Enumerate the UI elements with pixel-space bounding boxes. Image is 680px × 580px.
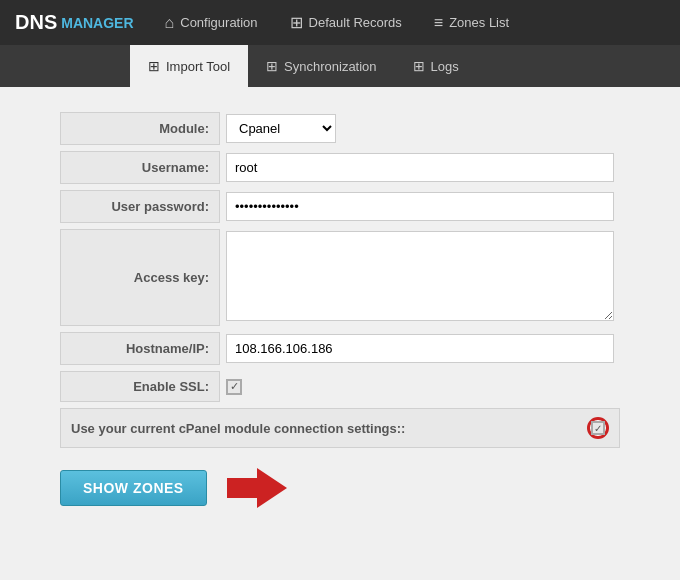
nav-synchronization[interactable]: ⊞ Synchronization (248, 45, 395, 87)
settings-checkbox-inner (591, 421, 605, 435)
username-input-cell (220, 151, 620, 184)
password-label: User password: (60, 190, 220, 223)
sync-icon: ⊞ (266, 58, 278, 74)
list-icon: ≡ (434, 14, 443, 32)
logo: DNS MANAGER (0, 0, 149, 45)
nav-default-records-label: Default Records (309, 15, 402, 30)
hostname-row: Hostname/IP: (60, 332, 620, 365)
second-navbar: ⊞ Import Tool ⊞ Synchronization ⊞ Logs (0, 45, 680, 87)
nav-synchronization-label: Synchronization (284, 59, 377, 74)
main-content: Module: Cpanel DirectAdmin Plesk Usernam… (0, 87, 680, 533)
nav-logs[interactable]: ⊞ Logs (395, 45, 477, 87)
access-key-row: Access key: (60, 229, 620, 326)
password-row: User password: (60, 190, 620, 223)
current-settings-row: Use your current cPanel module connectio… (60, 408, 620, 448)
username-input[interactable] (226, 153, 614, 182)
nav-zones-list[interactable]: ≡ Zones List (418, 0, 525, 45)
arrow-shaft (227, 478, 257, 498)
import-form: Module: Cpanel DirectAdmin Plesk Usernam… (60, 112, 620, 508)
nav-logs-label: Logs (431, 59, 459, 74)
nav-configuration[interactable]: ⌂ Configuration (149, 0, 274, 45)
access-key-label: Access key: (60, 229, 220, 326)
nav-zones-list-label: Zones List (449, 15, 509, 30)
password-input[interactable] (226, 192, 614, 221)
logo-dns: DNS (15, 11, 57, 34)
nav-default-records[interactable]: ⊞ Default Records (274, 0, 418, 45)
current-settings-checkbox[interactable] (587, 417, 609, 439)
import-icon: ⊞ (148, 58, 160, 74)
button-row: SHOW ZONES (60, 468, 620, 508)
hostname-label: Hostname/IP: (60, 332, 220, 365)
nav-configuration-label: Configuration (180, 15, 257, 30)
module-select-wrap: Cpanel DirectAdmin Plesk (226, 114, 614, 143)
password-input-cell (220, 190, 620, 223)
ssl-checkbox[interactable] (226, 379, 242, 395)
nav-import-tool-label: Import Tool (166, 59, 230, 74)
nav-import-tool[interactable]: ⊞ Import Tool (130, 45, 248, 87)
logs-icon: ⊞ (413, 58, 425, 74)
show-zones-button[interactable]: SHOW ZONES (60, 470, 207, 506)
module-row: Module: Cpanel DirectAdmin Plesk (60, 112, 620, 145)
ssl-input-cell (220, 377, 248, 397)
module-select[interactable]: Cpanel DirectAdmin Plesk (226, 114, 336, 143)
module-input-cell: Cpanel DirectAdmin Plesk (220, 112, 620, 145)
access-key-input-cell (220, 229, 620, 326)
top-nav-items: ⌂ Configuration ⊞ Default Records ≡ Zone… (149, 0, 680, 45)
access-key-textarea[interactable] (226, 231, 614, 321)
hostname-input[interactable] (226, 334, 614, 363)
username-row: Username: (60, 151, 620, 184)
current-settings-label: Use your current cPanel module connectio… (71, 421, 587, 436)
module-label: Module: (60, 112, 220, 145)
arrow-container (227, 468, 287, 508)
sliders-icon: ⊞ (290, 13, 303, 32)
ssl-label: Enable SSL: (60, 371, 220, 402)
home-icon: ⌂ (165, 14, 175, 32)
logo-manager: MANAGER (61, 15, 133, 31)
hostname-input-cell (220, 332, 620, 365)
arrow-head (257, 468, 287, 508)
ssl-row: Enable SSL: (60, 371, 620, 402)
username-label: Username: (60, 151, 220, 184)
top-navbar: DNS MANAGER ⌂ Configuration ⊞ Default Re… (0, 0, 680, 45)
